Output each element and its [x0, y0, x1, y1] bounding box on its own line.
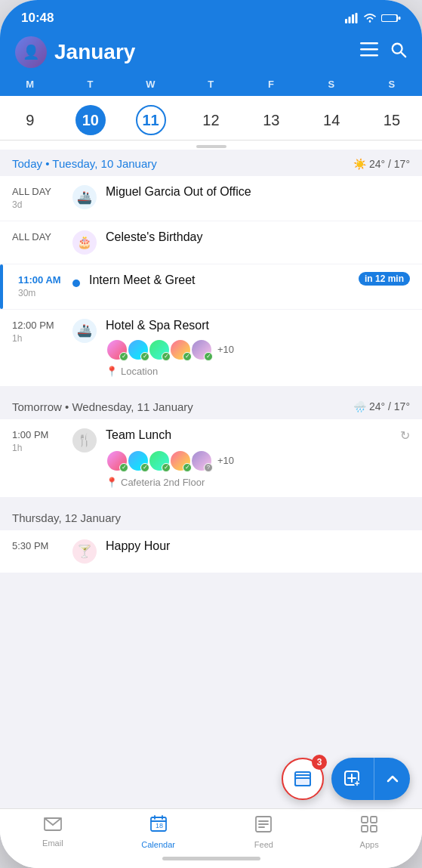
feed-tab-icon [254, 815, 273, 838]
page-title: January [54, 40, 135, 64]
search-icon[interactable] [390, 42, 407, 63]
repeat-icon: ↻ [400, 428, 410, 443]
event-title-happy: Happy Hour [106, 539, 410, 553]
fab-stack[interactable]: 3 [282, 758, 324, 800]
event-team-lunch[interactable]: 1:00 PM 1h 🍴 Team Lunch ↻ ✓ ✓ ✓ [0, 419, 422, 497]
weather-icon: ☀️ [353, 158, 366, 170]
thursday-section-header: Thursday, 12 January [0, 504, 422, 530]
svg-rect-9 [360, 48, 378, 51]
calendar-tab-label: Calendar [141, 840, 175, 849]
chevron-up-icon [386, 772, 399, 786]
event-duration-intern: 30m [18, 287, 63, 300]
dow-thursday: T [184, 79, 237, 90]
lunch-attendees: ✓ ✓ ✓ ✓ ? +10 [106, 449, 410, 472]
svg-text:18: 18 [156, 822, 163, 829]
event-intern[interactable]: 11:00 AM 30m Intern Meet & Greet in 12 m… [0, 264, 422, 309]
svg-rect-6 [382, 15, 396, 21]
hotel-location-row: 📍 Location [106, 366, 410, 377]
event-icon-ship1: 🚢 [72, 185, 97, 209]
date-15[interactable]: 15 [362, 103, 422, 137]
svg-rect-7 [399, 17, 401, 20]
fab-combined[interactable] [331, 758, 410, 800]
svg-rect-2 [352, 14, 354, 23]
event-time-happy: 5:30 PM [12, 539, 63, 553]
hotel-location: Location [121, 366, 158, 377]
today-weather-temp: 24° / 17° [369, 158, 410, 170]
tomorrow-weather-icon: 🌧️ [353, 400, 366, 412]
tab-email[interactable]: Email [26, 817, 79, 848]
event-duration-lunch: 1h [12, 442, 63, 455]
lunch-location: Cafeteria 2nd Floor [121, 477, 205, 488]
user-avatar[interactable]: 👤 [15, 36, 47, 68]
lunch-attendee-5: ? [190, 449, 213, 472]
battery-icon [381, 13, 401, 23]
event-icon-fork: 🍴 [72, 428, 97, 453]
date-12[interactable]: 12 [181, 103, 242, 137]
event-duration-hotel: 1h [12, 332, 63, 345]
dow-saturday: S [305, 79, 358, 90]
date-9[interactable]: 9 [0, 103, 60, 137]
fab-badge: 3 [312, 755, 327, 770]
days-of-week-row: M T W T F S S [0, 76, 422, 96]
home-bar [162, 857, 260, 860]
svg-rect-15 [295, 778, 310, 786]
today-section-header: Today • Tuesday, 10 January ☀️ 24° / 17° [0, 150, 422, 176]
home-indicator [0, 852, 422, 868]
new-event-button[interactable] [331, 758, 374, 800]
date-11[interactable]: 11 [121, 103, 181, 137]
today-weather: ☀️ 24° / 17° [353, 158, 410, 170]
tab-feed[interactable]: Feed [237, 815, 290, 849]
date-13[interactable]: 13 [241, 103, 301, 137]
app-header: 👤 January [0, 30, 422, 76]
email-tab-label: Email [42, 839, 63, 848]
fab-area: 3 [282, 758, 410, 800]
attendee-3: ✓ [148, 338, 171, 361]
event-happy-hour[interactable]: 5:30 PM 🍸 Happy Hour [0, 530, 422, 573]
event-icon-cocktail: 🍸 [72, 539, 97, 564]
date-row: 9 10 11 12 13 14 15 [0, 96, 422, 141]
event-time-lunch: 1:00 PM [12, 428, 63, 442]
section-divider-1 [0, 387, 422, 393]
date-10[interactable]: 10 [60, 103, 121, 137]
event-icon-cake: 🎂 [72, 230, 97, 255]
event-title-lunch: Team Lunch [106, 428, 171, 442]
menu-icon[interactable] [360, 42, 378, 62]
svg-rect-8 [360, 42, 378, 45]
tab-bar: Email 18 Calendar [0, 808, 422, 852]
dow-sunday: S [365, 79, 418, 90]
attendee-5: ✓ [190, 338, 213, 361]
tomorrow-weather-temp: 24° / 17° [369, 400, 410, 412]
tomorrow-section-header: Tomorrow • Wednesday, 11 January 🌧️ 24° … [0, 393, 422, 419]
lunch-location-row: 📍 Cafeteria 2nd Floor [106, 477, 410, 488]
current-indicator [0, 264, 3, 309]
event-miguel[interactable]: ALL DAY 3d 🚢 Miguel Garcia Out of Office [0, 176, 422, 221]
tomorrow-weather: 🌧️ 24° / 17° [353, 400, 410, 412]
event-icon-ship2: 🚢 [72, 319, 97, 343]
hotel-more-count: +10 [217, 344, 234, 355]
lunch-attendee-4: ✓ [169, 449, 192, 472]
tab-apps[interactable]: Apps [343, 815, 396, 849]
attendee-4: ✓ [169, 338, 192, 361]
dow-tuesday: T [64, 79, 117, 90]
lunch-more-count: +10 [217, 455, 234, 466]
event-celeste[interactable]: ALL DAY 🎂 Celeste's Birthday [0, 221, 422, 264]
svg-point-4 [369, 20, 371, 23]
thursday-label: Thursday, 12 January [12, 511, 121, 524]
lunch-attendee-3: ✓ [148, 449, 171, 472]
tab-calendar[interactable]: 18 Calendar [132, 815, 185, 849]
svg-rect-35 [371, 826, 377, 832]
event-time-hotel: 12:00 PM [12, 319, 63, 332]
status-icons [345, 13, 401, 23]
attendee-2: ✓ [127, 338, 149, 361]
date-14[interactable]: 14 [301, 103, 362, 137]
svg-rect-0 [345, 19, 347, 23]
fab-chevron-button[interactable] [374, 758, 410, 800]
events-area[interactable]: Today • Tuesday, 10 January ☀️ 24° / 17°… [0, 150, 422, 808]
event-hotel[interactable]: 12:00 PM 1h 🚢 Hotel & Spa Resort ✓ ✓ ✓ [0, 310, 422, 386]
event-title-miguel: Miguel Garcia Out of Office [106, 185, 410, 199]
header-left: 👤 January [15, 36, 135, 68]
apps-tab-icon [360, 815, 378, 838]
status-bar: 10:48 [0, 0, 422, 30]
hotel-attendees: ✓ ✓ ✓ ✓ ✓ +10 [106, 338, 410, 361]
phone-frame: 10:48 [0, 0, 422, 868]
